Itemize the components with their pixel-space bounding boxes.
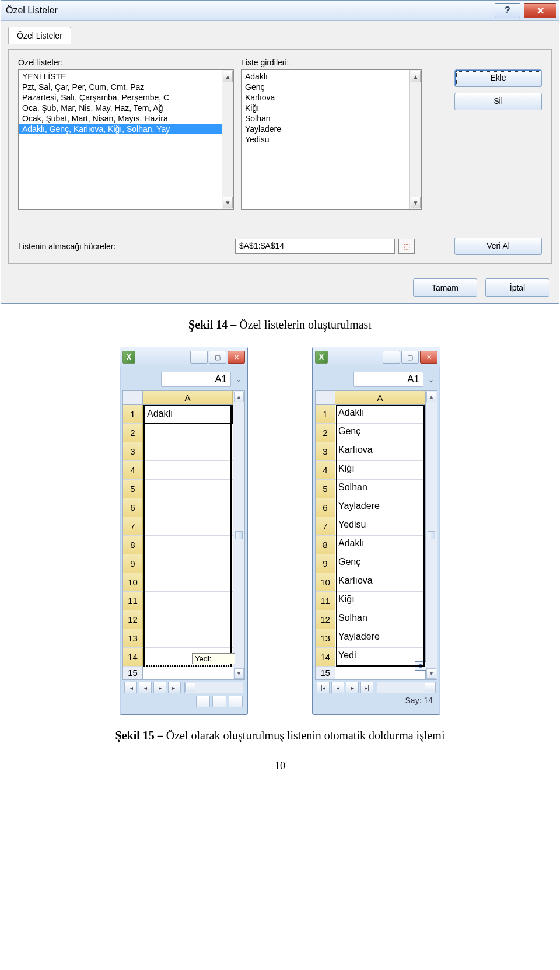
list-item[interactable]: Oca, Şub, Mar, Nis, May, Haz, Tem, Ağ xyxy=(19,103,222,113)
minimize-icon[interactable]: — xyxy=(383,351,400,364)
cell[interactable] xyxy=(143,424,233,442)
row-header[interactable]: 5 xyxy=(316,480,335,498)
cell[interactable] xyxy=(143,629,233,648)
chevron-down-icon[interactable]: ⌄ xyxy=(426,372,436,387)
cell[interactable] xyxy=(143,498,233,517)
nav-last-icon[interactable]: ▸| xyxy=(168,682,181,693)
cell[interactable]: Karlıova xyxy=(335,442,425,461)
import-button[interactable]: Veri Al xyxy=(454,238,542,255)
nav-last-icon[interactable]: ▸| xyxy=(360,682,373,693)
cell[interactable] xyxy=(143,536,233,554)
list-item[interactable]: Pazartesi, Salı, Çarşamba, Perşembe, C xyxy=(19,92,222,103)
row-header[interactable]: 10 xyxy=(316,573,335,592)
column-header[interactable]: A xyxy=(335,391,425,405)
nav-first-icon[interactable]: |◂ xyxy=(317,682,330,693)
cell[interactable]: Yayladere xyxy=(335,498,425,517)
row-header[interactable]: 14 xyxy=(316,648,335,667)
scrollbar[interactable]: ▲ ▼ xyxy=(222,70,233,209)
cell[interactable]: Adaklı xyxy=(335,405,425,424)
view-layout-icon[interactable] xyxy=(212,696,226,707)
vertical-scrollbar[interactable]: ▲ ▼ xyxy=(233,390,245,680)
cell[interactable]: Kiğı xyxy=(335,461,425,480)
nav-first-icon[interactable]: |◂ xyxy=(124,682,137,693)
nav-next-icon[interactable]: ▸ xyxy=(153,682,166,693)
nav-prev-icon[interactable]: ◂ xyxy=(331,682,344,693)
custom-lists-listbox[interactable]: YENİ LİSTE Pzt, Sal, Çar, Per, Cum, Cmt,… xyxy=(18,69,234,210)
import-range-input[interactable]: $A$1:$A$14 xyxy=(235,239,395,254)
scroll-up-icon[interactable]: ▲ xyxy=(234,392,244,402)
scroll-thumb[interactable] xyxy=(425,683,435,692)
scroll-thumb[interactable] xyxy=(185,683,195,692)
row-header[interactable]: 3 xyxy=(316,442,335,461)
row-header[interactable]: 15 xyxy=(123,667,143,679)
scroll-thumb[interactable] xyxy=(235,531,243,539)
row-header[interactable]: 14 xyxy=(123,648,143,667)
cell[interactable] xyxy=(143,667,233,679)
cell[interactable] xyxy=(335,667,425,679)
add-button[interactable]: Ekle xyxy=(454,69,542,87)
row-header[interactable]: 15 xyxy=(316,667,335,679)
select-all-corner[interactable] xyxy=(123,391,143,405)
cell[interactable] xyxy=(143,554,233,573)
view-normal-icon[interactable] xyxy=(196,696,210,707)
row-header[interactable]: 11 xyxy=(316,592,335,610)
row-header[interactable]: 10 xyxy=(123,573,143,592)
row-header[interactable]: 4 xyxy=(123,461,143,480)
cancel-button[interactable]: İptal xyxy=(485,278,550,297)
list-item[interactable]: Pzt, Sal, Çar, Per, Cum, Cmt, Paz xyxy=(19,82,222,92)
spreadsheet-grid[interactable]: A 1Adaklı 2 3 4 5 6 7 8 9 10 11 12 xyxy=(123,390,233,680)
row-header[interactable]: 8 xyxy=(316,536,335,554)
spreadsheet-grid[interactable]: A 1Adaklı 2Genç 3Karlıova 4Kiğı 5Solhan … xyxy=(315,390,426,680)
scroll-thumb[interactable] xyxy=(428,531,435,539)
help-icon[interactable]: ? xyxy=(495,3,520,18)
scrollbar[interactable]: ▲ ▼ xyxy=(410,70,421,209)
row-header[interactable]: 1 xyxy=(123,405,143,424)
cell[interactable]: Adaklı xyxy=(143,405,233,424)
close-icon[interactable]: ✕ xyxy=(420,351,438,364)
row-header[interactable]: 9 xyxy=(123,554,143,573)
cell[interactable] xyxy=(143,573,233,592)
cell[interactable] xyxy=(143,610,233,629)
row-header[interactable]: 6 xyxy=(316,498,335,517)
close-icon[interactable]: ✕ xyxy=(524,3,556,18)
row-header[interactable]: 12 xyxy=(316,610,335,629)
scroll-up-icon[interactable]: ▲ xyxy=(426,392,436,402)
row-header[interactable]: 12 xyxy=(123,610,143,629)
ok-button[interactable]: Tamam xyxy=(413,278,477,297)
cell[interactable]: Yedisu xyxy=(335,517,425,536)
row-header[interactable]: 1 xyxy=(316,405,335,424)
scroll-down-icon[interactable]: ▼ xyxy=(411,197,421,208)
cell[interactable]: Kiğı xyxy=(335,592,425,610)
row-header[interactable]: 2 xyxy=(123,424,143,442)
name-box[interactable]: A1 xyxy=(354,372,424,387)
range-picker-icon[interactable]: ⬚ xyxy=(398,239,415,254)
cell[interactable] xyxy=(143,442,233,461)
row-header[interactable]: 7 xyxy=(123,517,143,536)
row-header[interactable]: 13 xyxy=(123,629,143,648)
cell[interactable]: Yayladere xyxy=(335,629,425,648)
row-header[interactable]: 13 xyxy=(316,629,335,648)
scroll-down-icon[interactable]: ▼ xyxy=(223,197,233,208)
select-all-corner[interactable] xyxy=(316,391,335,405)
row-header[interactable]: 2 xyxy=(316,424,335,442)
horizontal-scrollbar[interactable] xyxy=(184,682,243,693)
cell[interactable]: Genç xyxy=(335,424,425,442)
cell[interactable]: Karlıova xyxy=(335,573,425,592)
close-icon[interactable]: ✕ xyxy=(228,351,245,364)
row-header[interactable]: 4 xyxy=(316,461,335,480)
maximize-icon[interactable]: ▢ xyxy=(209,351,226,364)
list-item[interactable]: Adaklı, Genç, Karlıova, Kiğı, Solhan, Ya… xyxy=(19,124,222,134)
row-header[interactable]: 5 xyxy=(123,480,143,498)
column-header[interactable]: A xyxy=(143,391,233,405)
list-item[interactable]: Ocak, Şubat, Mart, Nisan, Mayıs, Hazira xyxy=(19,113,222,124)
row-header[interactable]: 8 xyxy=(123,536,143,554)
view-break-icon[interactable] xyxy=(229,696,243,707)
cell[interactable] xyxy=(143,592,233,610)
minimize-icon[interactable]: — xyxy=(190,351,208,364)
row-header[interactable]: 11 xyxy=(123,592,143,610)
list-item[interactable]: YENİ LİSTE xyxy=(19,71,222,82)
row-header[interactable]: 3 xyxy=(123,442,143,461)
chevron-down-icon[interactable]: ⌄ xyxy=(233,372,244,387)
cell[interactable] xyxy=(143,461,233,480)
row-header[interactable]: 6 xyxy=(123,498,143,517)
